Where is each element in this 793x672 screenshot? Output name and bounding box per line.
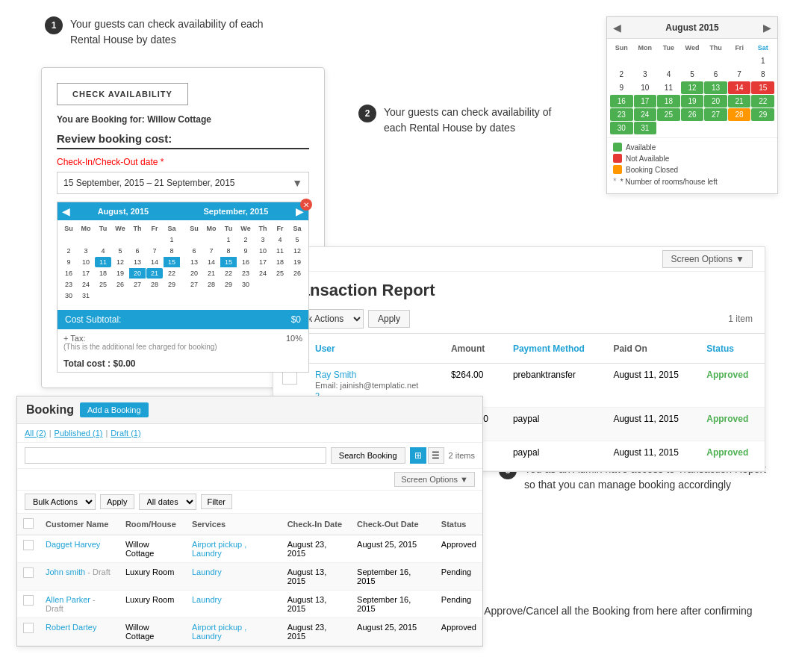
row1-user-link[interactable]: Ray Smith [315,370,356,380]
booking-filter-button[interactable]: Filter [201,494,232,509]
section2-container: 2 Your guests can check availability of … [358,105,567,136]
row3-paid-on: August 11, 2015 [604,441,697,471]
aug-day-headers: Su Mo Tu We Th Fr Sa 1 2 [60,223,180,301]
grid-view-icon[interactable]: ⊞ [410,447,426,464]
top-cal-grid: Sun Mon Tue Wed Thu Fri Sat 1 2 3 4 5 6 … [607,39,777,137]
txn-screen-options-row: Screen Options ▼ [273,247,765,272]
status-sort-link[interactable]: Status [706,343,734,354]
brow4-services-link[interactable]: Airport pickup , Laundry [192,623,246,641]
row3-status: Approved [697,441,765,471]
check-availability-button[interactable]: CHECK AVAILABILITY [57,83,188,105]
prev-month-btn[interactable]: ◀ [62,205,70,217]
top-calendar: ◀ August 2015 ▶ Sun Mon Tue Wed Thu Fri … [606,16,778,194]
th-user: User [306,334,442,364]
screen-options-chevron-icon: ▼ [736,254,744,264]
list-view-icon[interactable]: ☰ [428,447,444,464]
brow4-checkbox [17,618,40,646]
brow3-services: Laundry [186,591,282,618]
booking-item-count: 2 items [449,451,475,460]
brow3-name: Allen Parker - Draft [40,591,119,618]
booking-panel-header: Booking Add a Booking [17,396,482,424]
calendar-close-btn[interactable]: ✕ [300,199,312,211]
brow2-services-link[interactable]: Laundry [192,567,222,576]
brow4-name: Robert Dartey [40,618,119,646]
booking-screen-options-button[interactable]: Screen Options ▼ [394,472,475,487]
brow4-checkout: August 25, 2015 [351,618,435,646]
th-status: Status [697,334,765,364]
brow1-services: Airport pickup , Laundry [186,535,282,563]
brow1-services-link[interactable]: Airport pickup , Laundry [192,540,246,558]
brow2-room: Luxury Room [119,563,186,591]
transaction-title: Transaction Report [273,272,765,305]
legend-available-color [613,143,622,152]
date-range-input[interactable]: 15 September, 2015 – 21 September, 2015 … [57,172,309,194]
user-sort-link[interactable]: User [315,343,335,354]
brow3-checkbox [17,591,40,618]
add-booking-button[interactable]: Add a Booking [80,402,149,417]
check-availability-widget: CHECK AVAILABILITY You are Booking for: … [41,67,325,388]
row2-method: paypal [504,408,605,441]
booking-dates-select[interactable]: All dates [139,494,196,510]
th-payment-method: Payment Method [504,334,605,364]
section1-description: Your guests can check availability of ea… [70,16,294,48]
september-calendar: Su Mo Tu We Th Fr Sa 1 2 3 4 5 6 7 [183,220,308,304]
row1-method: prebanktransfer [504,364,605,408]
total-cost: Total cost : $0.00 [57,355,308,372]
cal-months-container: Su Mo Tu We Th Fr Sa 1 2 [57,220,308,304]
tab-all[interactable]: All (2) [25,429,46,438]
transaction-item-count: 1 item [728,314,753,324]
section1-container: 1 Your guests can check availability of … [45,16,294,48]
th-customer-name: Customer Name [40,514,119,535]
legend-rooms-left: * * Number of rooms/house left [613,176,771,187]
brow3-services-link[interactable]: Laundry [192,595,222,604]
search-booking-button[interactable]: Search Booking [331,447,405,464]
th-services: Services [186,514,282,535]
brow1-name-link[interactable]: Dagget Harvey [46,540,100,549]
screen-options-button[interactable]: Screen Options ▼ [662,250,753,268]
list-item: John smith - Draft Luxury Room Laundry A… [17,563,482,591]
booking-table: Customer Name Room/House Services Check-… [17,514,482,646]
brow2-services: Laundry [186,563,282,591]
booking-apply-button[interactable]: Apply [100,494,134,509]
tab-published[interactable]: Published (1) [55,429,103,438]
step2-circle: 2 [358,105,376,122]
brow4-checkin: August 23, 2015 [282,618,351,646]
booking-bulk-actions-select[interactable]: Bulk Actions [25,494,96,510]
booking-search-input[interactable] [25,447,326,464]
legend-available: Available [613,143,771,152]
brow4-services: Airport pickup , Laundry [186,618,282,646]
cal-month1-title: August, 2015 [98,207,149,216]
cost-subtotal-bar: Cost Subtotal: $0 [57,310,308,329]
row2-paid-on: August 11, 2015 [604,408,697,441]
brow3-checkout: September 16, 2015 [351,591,435,618]
th-status: Status [435,514,482,535]
legend-booking-closed-color [613,165,622,174]
tab-draft[interactable]: Draft (1) [111,429,140,438]
list-item: Allen Parker - Draft Luxury Room Laundry… [17,591,482,618]
august-calendar: Su Mo Tu We Th Fr Sa 1 2 [57,220,183,304]
brow2-status: Pending [435,563,482,591]
payment-method-sort-link[interactable]: Payment Method [513,343,585,354]
booking-for-label: You are Booking for: Willow Cottage [57,114,309,125]
brow4-name-link[interactable]: Robert Dartey [46,623,96,632]
row3-method: paypal [504,441,605,471]
booking-select-all-checkbox[interactable] [23,518,34,529]
brow1-status: Approved [435,535,482,563]
checkin-label: Check-In/Check-Out date * [57,157,309,167]
transaction-apply-button[interactable]: Apply [368,310,410,328]
brow2-checkout: September 16, 2015 [351,563,435,591]
th-room: Room/House [119,514,186,535]
top-cal-header: ◀ August 2015 ▶ [607,17,777,39]
booking-filter-row: Bulk Actions Apply All dates Filter [17,491,482,514]
list-item: Robert Dartey Willow Cottage Airport pic… [17,618,482,646]
next-month-nav[interactable]: ▶ [763,22,771,34]
prev-month-nav[interactable]: ◀ [613,22,621,34]
th-amount: Amount [442,334,504,364]
row2-status: Approved [697,408,765,441]
review-cost-heading: Review booking cost: [57,132,309,149]
brow3-name-link[interactable]: Allen Parker [46,595,90,604]
date-picker-arrow: ▼ [292,177,302,189]
brow3-room: Luxury Room [119,591,186,618]
brow2-name-link[interactable]: John smith [46,567,85,576]
dual-calendar-header: ◀ August, 2015 September, 2015 ▶ ✕ [57,202,308,220]
